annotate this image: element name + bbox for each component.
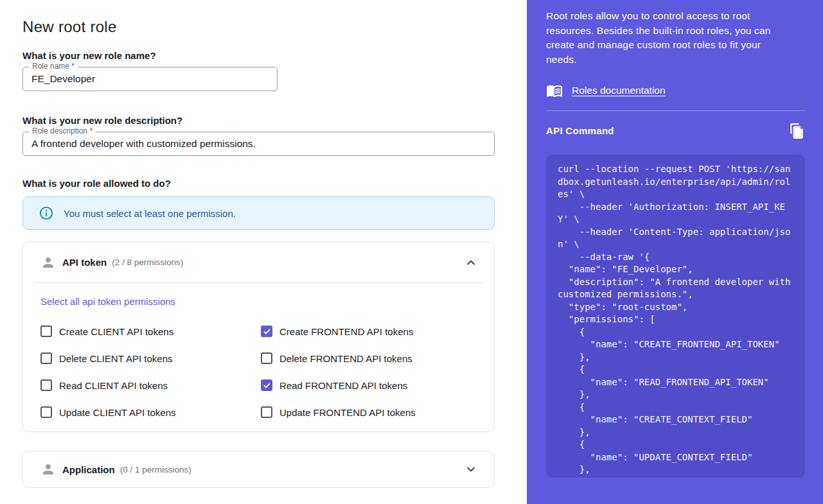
api-token-group-header[interactable]: API token (2 / 8 permissions): [23, 242, 494, 282]
check-icon: [263, 327, 271, 336]
chevron-up-icon[interactable]: [465, 256, 477, 269]
check-icon: [263, 381, 271, 390]
permission-label: Read FRONTEND API tokens: [279, 380, 407, 391]
group-title: Application: [62, 464, 115, 475]
info-icon: [39, 206, 53, 220]
permissions-info-alert: You must select at least one permission.: [22, 196, 495, 230]
copy-icon: [788, 123, 805, 139]
sidebar-panel: Root roles allow you to control access t…: [527, 0, 823, 504]
roles-documentation-link[interactable]: Roles documentation: [572, 85, 666, 96]
checkbox[interactable]: [40, 406, 52, 418]
copy-button[interactable]: [788, 123, 805, 139]
permission-label: Read CLIENT API tokens: [59, 380, 168, 391]
application-group-header[interactable]: Application (0 / 1 permissions): [23, 451, 494, 487]
permission-item[interactable]: Read CLIENT API tokens: [40, 379, 261, 391]
role-name-question: What is your new role name?: [22, 50, 495, 61]
permission-label: Create CLIENT API tokens: [59, 326, 173, 337]
chevron-down-icon[interactable]: [465, 463, 477, 476]
sidebar-divider: [546, 110, 805, 111]
api-command-header: API Command: [546, 122, 805, 139]
checkbox[interactable]: [261, 406, 272, 418]
group-title: API token: [62, 257, 107, 268]
person-icon: [40, 462, 56, 477]
checkbox[interactable]: [261, 379, 272, 391]
page-title: New root role: [22, 18, 495, 36]
permission-item[interactable]: Update CLIENT API tokens: [40, 406, 261, 418]
permission-grid: Create CLIENT API tokens Delete CLIENT A…: [40, 318, 477, 426]
checkbox[interactable]: [261, 352, 272, 364]
permission-label: Create FRONTEND API tokens: [279, 326, 413, 337]
permission-group-api-token: API token (2 / 8 permissions) Select all…: [22, 241, 495, 432]
docs-link-row: Roles documentation: [546, 82, 805, 99]
sidebar-description: Root roles allow you to control access t…: [546, 9, 790, 67]
menu-book-icon: [546, 82, 563, 99]
permission-label: Update CLIENT API tokens: [59, 407, 176, 418]
permission-item[interactable]: Delete FRONTEND API tokens: [261, 352, 477, 364]
api-command-text: curl --location --request POST 'https://…: [558, 163, 791, 476]
permission-item[interactable]: Update FRONTEND API tokens: [261, 406, 477, 418]
api-command-title: API Command: [546, 125, 614, 136]
api-command-code-block[interactable]: curl --location --request POST 'https://…: [546, 155, 805, 478]
checkbox[interactable]: [261, 326, 272, 337]
permission-label: Update FRONTEND API tokens: [279, 407, 416, 418]
permission-item[interactable]: Create CLIENT API tokens: [40, 326, 261, 337]
checkbox[interactable]: [40, 352, 52, 364]
person-icon: [40, 255, 56, 270]
permission-item[interactable]: Create FRONTEND API tokens: [261, 326, 477, 337]
role-name-field-wrapper: Role name *: [22, 67, 278, 91]
select-all-api-token-link[interactable]: Select all api token permissions: [40, 296, 175, 307]
role-description-question: What is your new role description?: [22, 115, 495, 126]
permission-label: Delete FRONTEND API tokens: [279, 353, 412, 364]
group-count: (0 / 1 permissions): [120, 465, 191, 474]
role-name-label: Role name *: [29, 62, 78, 71]
role-description-label: Role description *: [29, 127, 96, 135]
permission-item[interactable]: Read FRONTEND API tokens: [261, 379, 477, 391]
role-description-field-wrapper: Role description *: [22, 132, 495, 156]
api-token-group-body: Select all api token permissions Create …: [23, 283, 494, 431]
group-count: (2 / 8 permissions): [112, 257, 183, 267]
checkbox[interactable]: [40, 379, 52, 391]
checkbox[interactable]: [40, 326, 52, 337]
permission-item[interactable]: Delete CLIENT API tokens: [40, 352, 261, 364]
permission-group-application: Application (0 / 1 permissions): [22, 451, 495, 488]
new-root-role-form: New root role What is your new role name…: [22, 0, 495, 488]
permission-label: Delete CLIENT API tokens: [59, 353, 172, 364]
alert-text: You must select at least one permission.: [64, 208, 236, 219]
role-permissions-question: What is your role allowed to do?: [22, 178, 495, 189]
